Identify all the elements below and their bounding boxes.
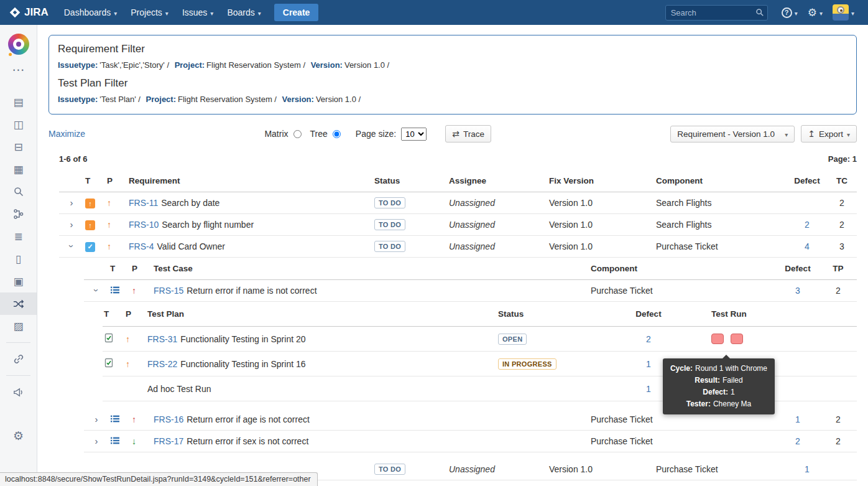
expand-icon[interactable] — [95, 436, 98, 446]
help-menu[interactable] — [777, 0, 803, 25]
create-button[interactable]: Create — [274, 4, 319, 21]
sidebar-item-announcements[interactable] — [0, 381, 37, 403]
issue-key-link[interactable]: FRS-22 — [147, 359, 177, 369]
sidebar-item-traceability-tree[interactable] — [0, 203, 37, 225]
requirement-version-label: Requirement - Version 1.0 — [677, 129, 775, 139]
requirement-row: FRS-4Valid Card Owner TO DO Unassigned V… — [59, 236, 857, 258]
magnifier-icon — [13, 186, 24, 197]
sidebar-item-test-cases[interactable] — [0, 225, 37, 248]
test-plan-icon — [104, 358, 114, 368]
version-value: Version 1.0 / — [344, 60, 389, 70]
issue-key-link[interactable]: FRS-10 — [129, 220, 159, 230]
nav-projects[interactable]: Projects — [124, 0, 175, 25]
priority-highest-icon — [132, 414, 136, 424]
sidebar-item-docs[interactable] — [0, 248, 37, 270]
test-run-failed-icon[interactable] — [711, 334, 724, 344]
component: Search Flights — [653, 220, 787, 230]
sidebar-item-settings[interactable] — [0, 424, 37, 447]
issue-key-link[interactable]: FRS-31 — [147, 334, 177, 344]
issue-key-link[interactable]: FRS-17 — [154, 436, 183, 446]
top-navigation: JIRA Dashboards Projects Issues Boards C… — [0, 0, 868, 25]
column-header-type: T — [103, 309, 124, 319]
result-range: 1-6 of 6 — [59, 154, 88, 164]
component: Purchase Ticket — [653, 464, 787, 474]
issue-type-icon — [85, 199, 95, 208]
collapse-icon[interactable] — [67, 245, 76, 248]
defect-count-link[interactable]: 1 — [646, 359, 651, 369]
filter-panel: Requirement Filter Issuetype:'Task','Epi… — [48, 35, 857, 114]
nav-issues[interactable]: Issues — [175, 0, 221, 25]
column-header-status: Status — [367, 176, 441, 185]
column-header-status: Status — [493, 309, 627, 319]
defect-count-link[interactable]: 2 — [805, 220, 810, 230]
search-icon[interactable] — [755, 8, 764, 17]
sidebar-item-test-runs[interactable] — [0, 270, 37, 292]
pagination-row: 1-6 of 6 Page: 1 — [59, 154, 857, 164]
defect-count-link[interactable]: 1 — [805, 464, 810, 474]
nav-dashboards[interactable]: Dashboards — [57, 0, 124, 25]
testcase-table-header: T P Test Case Component Defect TP — [84, 258, 857, 280]
issue-key-link[interactable]: FRS-11 — [129, 198, 158, 208]
requirement-version-dropdown[interactable]: Requirement - Version 1.0 — [670, 126, 795, 143]
fix-version: Version 1.0 — [547, 464, 653, 474]
issue-key-link[interactable]: FRS-4 — [129, 241, 154, 251]
test-run-failed-icon[interactable] — [731, 334, 743, 344]
sidebar-divider — [6, 342, 30, 343]
maximize-link[interactable]: Maximize — [48, 129, 85, 139]
tree-radio[interactable] — [333, 130, 341, 138]
sidebar-item-reports[interactable] — [0, 158, 37, 180]
defect-count-link[interactable]: 2 — [795, 436, 800, 446]
export-dropdown[interactable]: Export — [801, 125, 857, 143]
requirement-table-header: T P Requirement Status Assignee Fix Vers… — [59, 170, 857, 192]
expand-icon[interactable] — [95, 414, 98, 424]
collapse-icon[interactable] — [92, 289, 101, 292]
sidebar-item-attachments[interactable] — [0, 315, 37, 337]
user-menu[interactable] — [828, 0, 859, 25]
sidebar-item-links[interactable] — [0, 348, 37, 370]
matrix-radio[interactable] — [293, 130, 302, 138]
page-size-select[interactable]: 10 — [401, 128, 427, 141]
testplan-filter-criteria: Issuetype:'Test Plan' / Project:Flight R… — [58, 95, 847, 104]
sidebar-more-icon[interactable] — [0, 58, 37, 81]
issuetype-label: Issuetype: — [58, 60, 98, 70]
chevron-down-icon — [165, 7, 169, 17]
defect-count-link[interactable]: 3 — [795, 286, 800, 296]
jira-logo[interactable]: JIRA — [6, 6, 57, 19]
export-icon — [808, 129, 815, 139]
expand-icon[interactable] — [70, 198, 73, 207]
issue-key-link[interactable]: FRS-16 — [154, 414, 183, 424]
defect-count-link[interactable]: 2 — [646, 334, 651, 344]
project-avatar[interactable] — [0, 25, 37, 58]
nav-boards[interactable]: Boards — [220, 0, 267, 25]
defect-count-link[interactable]: 1 — [795, 414, 800, 424]
tooltip-value: Failed — [723, 376, 743, 385]
requirement-table: T P Requirement Status Assignee Fix Vers… — [59, 170, 857, 480]
admin-settings-menu[interactable] — [803, 0, 828, 25]
priority-high-icon — [126, 359, 130, 369]
defect-count-link[interactable]: 1 — [646, 384, 651, 394]
page-size-label: Page size: — [356, 129, 396, 139]
tc-count: 3 — [827, 241, 857, 251]
priority-high-icon — [126, 334, 130, 344]
sidebar-item-search[interactable] — [0, 180, 37, 203]
column-header-component: Component — [589, 264, 776, 273]
testcase-table: T P Test Case Component Defect TP FRS-15… — [84, 258, 857, 452]
chevron-down-icon — [210, 7, 213, 17]
nav-boards-label: Boards — [227, 7, 254, 17]
sidebar-item-test-suites[interactable] — [0, 136, 37, 158]
sidebar-item-traceability-matrix[interactable] — [0, 292, 37, 315]
column-header-test-case: Test Case — [152, 264, 589, 273]
expand-icon[interactable] — [70, 220, 73, 229]
defect-count-link[interactable]: 4 — [805, 241, 810, 251]
project-avatar-badge — [7, 52, 13, 57]
trace-button[interactable]: Trace — [445, 125, 491, 143]
sidebar-item-requirements[interactable] — [0, 91, 37, 113]
issue-key-link[interactable]: FRS-15 — [154, 286, 183, 296]
column-header-tp: TP — [820, 264, 857, 273]
sidebar-item-boards[interactable] — [0, 113, 37, 136]
test-plan-icon — [104, 333, 114, 343]
chevron-down-icon — [785, 129, 788, 139]
requirement-filter-title: Requirement Filter — [58, 43, 847, 55]
search-input[interactable] — [665, 5, 768, 21]
version-label: Version: — [282, 95, 314, 104]
